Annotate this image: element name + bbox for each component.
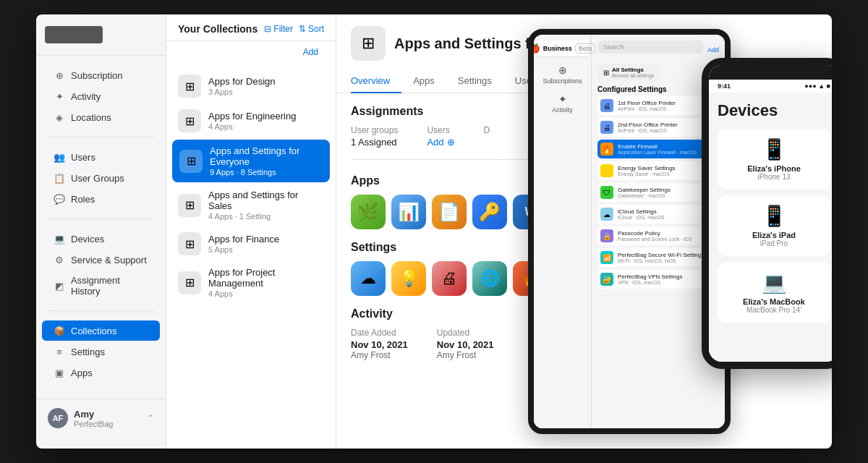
filter-button[interactable]: ⊟ Filter xyxy=(264,24,293,34)
sidebar-item-activity[interactable]: ✦ Activity xyxy=(42,86,160,106)
apps-section-title: Apps xyxy=(351,174,817,187)
sidebar-item-user-groups[interactable]: 📋 User Groups xyxy=(42,168,160,188)
devices-icon: 💻 xyxy=(54,233,65,245)
setting-icon-wifi[interactable]: 📶 xyxy=(553,261,588,296)
tab-devices[interactable]: Devices xyxy=(627,69,684,93)
sidebar-item-locations[interactable]: ◈ Locations xyxy=(42,107,160,127)
collection-meta: 4 Apps · 1 Setting xyxy=(208,212,324,221)
app-icon-evernote[interactable]: 🌿 xyxy=(351,195,386,229)
collection-meta: 3 Apps xyxy=(208,88,324,96)
app-icon-keynote[interactable]: 📊 xyxy=(391,195,426,229)
collection-icon: ⊞ xyxy=(179,150,203,173)
collections-icon: 📦 xyxy=(54,325,65,336)
collection-name: Apps and Settings for Sales xyxy=(208,190,324,211)
sidebar-item-label: Devices xyxy=(71,234,104,245)
users-icon: 👥 xyxy=(54,151,65,163)
assignments-row: User groups 1 Assigned Users Add ⊕ D xyxy=(351,125,817,160)
sidebar-item-label: Settings xyxy=(71,347,105,357)
app-icon-1password[interactable]: 🔑 xyxy=(472,195,507,229)
collection-meta: 9 Apps · 8 Settings xyxy=(210,168,323,177)
user-groups-icon: 📋 xyxy=(54,172,65,184)
sidebar-item-apps[interactable]: ▣ Apps xyxy=(42,362,160,383)
setting-icon-fire[interactable]: 🔥 xyxy=(513,261,548,296)
subscription-icon: ⊕ xyxy=(54,69,65,81)
collection-meta: 5 Apps xyxy=(208,245,324,254)
collection-name: Apps for Engineering xyxy=(208,111,324,122)
tab-overview[interactable]: Overview xyxy=(351,69,401,93)
setting-icon-icloud[interactable]: ☁ xyxy=(351,261,386,296)
tab-apps[interactable]: Apps xyxy=(401,69,446,93)
sidebar-nav-top: ⊕ Subscription ✦ Activity ◈ Locations xyxy=(36,61,166,131)
collection-item-active[interactable]: ⊞ Apps and Settings for Everyone 9 Apps … xyxy=(172,140,330,182)
activity-icon: ✦ xyxy=(54,90,65,102)
apps-section: Apps 🌿 📊 📄 🔑 W # … xyxy=(351,174,817,229)
sidebar-item-label: Locations xyxy=(71,112,111,123)
app-icon-pages[interactable]: 📄 xyxy=(432,195,467,229)
setting-icon-globe[interactable]: 🌐 xyxy=(472,261,507,296)
settings-icon: ≡ xyxy=(54,346,65,357)
sort-button[interactable]: ⇅ Sort xyxy=(299,24,324,34)
detail-content: Assignments User groups 1 Assigned Users… xyxy=(336,93,832,449)
user-groups-label: User groups xyxy=(351,125,398,135)
updated-group: Updated Nov 10, 2021 Amy Frost xyxy=(437,328,494,360)
assignment-user-groups: User groups 1 Assigned xyxy=(351,125,398,148)
sidebar-item-label: Service & Support xyxy=(71,255,147,266)
footer-name: Amy xyxy=(74,409,141,420)
chevron-icon: ⌃ xyxy=(147,413,154,423)
edit-icon[interactable]: ✏ xyxy=(625,38,634,49)
sidebar-item-devices[interactable]: 💻 Devices xyxy=(42,229,160,249)
sidebar-item-label: Collections xyxy=(71,326,117,336)
sidebar-divider-3 xyxy=(48,310,154,311)
app-icon-slack[interactable]: # xyxy=(553,195,588,229)
sidebar-item-label: User Groups xyxy=(71,173,124,184)
activity-section-title: Activity xyxy=(351,307,817,320)
app-logo xyxy=(45,26,103,43)
tab-users[interactable]: Users xyxy=(580,69,628,93)
collection-info: Apps for Finance 5 Apps xyxy=(208,234,324,254)
setting-icon-print[interactable]: 🖨 xyxy=(432,261,467,296)
detail-header: ⊞ Apps and Settings for Everyone ✏ Overv… xyxy=(336,14,832,93)
collection-item[interactable]: ⊞ Apps for Engineering 4 Apps xyxy=(166,103,336,138)
updated-by: Amy Frost xyxy=(437,350,494,360)
users-label: Users xyxy=(427,125,454,135)
setting-icon-more[interactable]: … xyxy=(594,261,629,296)
devices-label: D xyxy=(484,125,490,135)
sidebar-item-assignment-history[interactable]: ◩ Assignment History xyxy=(42,271,160,301)
collection-icon: ⊞ xyxy=(178,109,201,132)
add-collection-button[interactable]: Add xyxy=(297,44,324,60)
sidebar-nav-devices: 💻 Devices ⚙ Service & Support ◩ Assignme… xyxy=(36,225,166,305)
detail-title-row: ⊞ Apps and Settings for Everyone ✏ xyxy=(351,26,817,61)
sidebar-item-label: Apps xyxy=(71,368,93,378)
tab-user-groups[interactable]: User Groups xyxy=(503,69,580,93)
sidebar-item-service-support[interactable]: ⚙ Service & Support xyxy=(42,250,160,270)
sidebar-item-users[interactable]: 👥 Users xyxy=(42,147,160,167)
collection-info: Apps for Design 3 Apps xyxy=(208,76,324,96)
detail-app-icon: ⊞ xyxy=(351,26,386,61)
footer-org: PerfectBag xyxy=(74,420,141,428)
sidebar-item-collections[interactable]: 📦 Collections xyxy=(42,320,160,341)
locations-icon: ◈ xyxy=(54,111,65,123)
sidebar-item-roles[interactable]: 💬 Roles xyxy=(42,189,160,209)
assignment-devices: D xyxy=(484,125,490,148)
users-add-button[interactable]: Add ⊕ xyxy=(427,137,454,148)
app-icon-more[interactable]: … xyxy=(594,195,629,229)
collection-item[interactable]: ⊞ Apps for Design 3 Apps xyxy=(166,69,336,103)
collection-item[interactable]: ⊞ Apps for Project Management 4 Apps xyxy=(166,261,336,304)
sidebar-item-label: Roles xyxy=(71,194,95,205)
assignment-users: Users Add ⊕ xyxy=(427,125,454,148)
collection-icon: ⊞ xyxy=(178,75,201,98)
user-footer[interactable]: AF Amy PerfectBag ⌃ xyxy=(36,399,166,437)
collection-item[interactable]: ⊞ Apps for Finance 5 Apps xyxy=(166,226,336,261)
setting-icon-bulb[interactable]: 💡 xyxy=(391,261,426,296)
tab-settings[interactable]: Settings xyxy=(446,69,503,93)
detail-panel: ⊞ Apps and Settings for Everyone ✏ Overv… xyxy=(336,14,832,449)
sidebar-item-settings[interactable]: ≡ Settings xyxy=(42,341,160,362)
collection-item[interactable]: ⊞ Apps and Settings for Sales 4 Apps · 1… xyxy=(166,184,336,226)
collection-icon: ⊞ xyxy=(178,271,201,294)
user-avatar: AF xyxy=(48,408,68,428)
assignment-history-icon: ◩ xyxy=(54,280,65,292)
sidebar-item-subscription[interactable]: ⊕ Subscription xyxy=(42,65,160,85)
collection-info: Apps and Settings for Sales 4 Apps · 1 S… xyxy=(208,190,324,221)
app-icon-word[interactable]: W xyxy=(513,195,548,229)
sidebar: ⊕ Subscription ✦ Activity ◈ Locations 👥 … xyxy=(36,14,166,449)
